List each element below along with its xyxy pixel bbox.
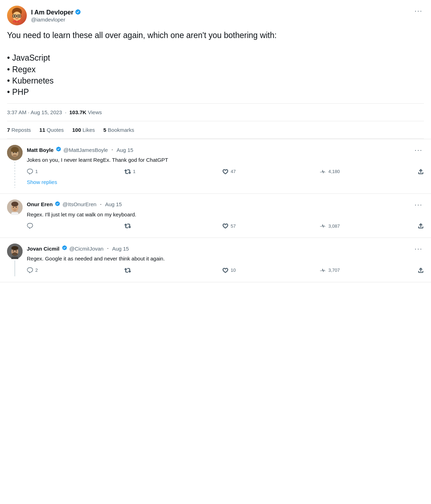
like-count-2: 57 (231, 223, 236, 229)
views-action-1[interactable]: 4,180 (320, 168, 418, 175)
like-count-3: 10 (231, 268, 236, 273)
reply-content-1: Matt Boyle @MattJamesBoyle · Aug 15 ··· … (27, 145, 424, 188)
reply-header-1: Matt Boyle @MattJamesBoyle · Aug 15 ··· (27, 145, 424, 155)
share-icon-3 (418, 267, 424, 273)
share-action-1[interactable] (418, 168, 424, 175)
avatar-matt[interactable] (7, 145, 23, 160)
reply-more-button-3[interactable]: ··· (413, 244, 424, 253)
tweet-header: I Am Devloper @iamdevloper ··· (7, 6, 424, 25)
user-info: I Am Devloper @iamdevloper (31, 9, 81, 23)
action-row-3: 2 10 3,707 (27, 267, 424, 273)
svg-point-28 (12, 252, 18, 256)
comment-action-2[interactable] (27, 223, 125, 229)
display-name: I Am Devloper (31, 9, 81, 17)
retweet-icon-2 (125, 223, 131, 229)
likes-count: 100 (72, 127, 81, 133)
avatar-onur[interactable] (7, 199, 23, 215)
reply-left-3 (7, 244, 23, 276)
views-icon-2 (320, 223, 326, 229)
svg-point-15 (12, 155, 17, 158)
reposts-count: 7 (7, 127, 10, 133)
reply-header-left-3: Jovan Cicmil @CicmiIJovan · Aug 15 (27, 245, 129, 252)
reply-header-3: Jovan Cicmil @CicmiIJovan · Aug 15 ··· (27, 244, 424, 253)
retweet-action-1[interactable]: 1 (125, 168, 222, 175)
avatar-jovan[interactable] (7, 244, 23, 259)
share-action-3[interactable] (418, 267, 424, 273)
comment-icon-1 (27, 168, 33, 175)
show-replies-label-1[interactable]: Show replies (27, 178, 57, 188)
retweet-icon-3 (125, 267, 131, 273)
quotes-stat[interactable]: 11 Quotes (40, 127, 64, 133)
tweet-body: You need to learn these all over again, … (7, 30, 424, 98)
tweet-author-info: I Am Devloper @iamdevloper (7, 6, 81, 25)
tweet-meta: 3:37 AM · Aug 15, 2023 · 103.7K Views (7, 103, 424, 121)
reply-date-1: Aug 15 (116, 147, 133, 153)
like-action-1[interactable]: 47 (222, 168, 320, 175)
reply-left-1 (7, 145, 23, 188)
reply-verified-1 (56, 146, 61, 153)
views-icon-1 (320, 168, 326, 175)
reply-author-name-1: Matt Boyle (27, 147, 54, 153)
reply-verified-3 (62, 245, 67, 252)
bookmarks-stat[interactable]: 5 Bookmarks (103, 127, 134, 133)
svg-point-25 (11, 246, 18, 250)
views-action-3[interactable]: 3,707 (320, 267, 418, 273)
reply-left-2 (7, 199, 23, 232)
reply-date-2: Aug 15 (105, 201, 122, 207)
reply-header-left-2: Onur Eren @ItsOnurEren · Aug 15 (27, 201, 122, 208)
comment-action-3[interactable]: 2 (27, 267, 125, 273)
reply-content-2: Onur Eren @ItsOnurEren · Aug 15 ··· Rege… (27, 199, 424, 232)
show-replies-1[interactable]: Show replies (27, 178, 424, 188)
action-row-1: 1 1 47 4,180 (27, 168, 424, 175)
reply-more-button-1[interactable]: ··· (413, 145, 424, 155)
avatar-matt-image (7, 145, 23, 160)
retweet-count-1: 1 (133, 169, 135, 174)
avatar-image (7, 6, 27, 25)
share-action-2[interactable] (418, 223, 424, 229)
reply-header-2: Onur Eren @ItsOnurEren · Aug 15 ··· (27, 199, 424, 209)
retweet-action-2[interactable] (125, 223, 222, 229)
reposts-stat[interactable]: 7 Reposts (7, 127, 31, 133)
reply-header-left-1: Matt Boyle @MattJamesBoyle · Aug 15 (27, 146, 133, 153)
like-action-2[interactable]: 57 (222, 223, 320, 229)
avatar-jovan-image (7, 244, 23, 259)
svg-point-13 (13, 152, 14, 153)
handle: @iamdevloper (31, 17, 81, 23)
views-count-1: 4,180 (328, 169, 340, 174)
reply-author-name-3: Jovan Cicmil (27, 246, 60, 252)
svg-rect-12 (11, 149, 19, 152)
reply-section-3: Jovan Cicmil @CicmiIJovan · Aug 15 ··· R… (0, 238, 431, 282)
tweet-text-main: You need to learn these all over again, … (7, 30, 424, 41)
avatar[interactable] (7, 6, 27, 25)
reply-more-button-2[interactable]: ··· (413, 199, 424, 209)
reply-handle-1: @MattJamesBoyle (63, 147, 108, 153)
comment-icon-2 (27, 223, 33, 229)
tweet-stats: 7 Reposts 11 Quotes 100 Likes 5 Bookmark… (7, 121, 424, 139)
svg-rect-22 (11, 212, 18, 215)
thread-line-dotted-1 (14, 162, 15, 188)
likes-stat[interactable]: 100 Likes (72, 127, 95, 133)
name-text: I Am Devloper (31, 9, 73, 16)
retweet-action-3[interactable] (125, 267, 222, 273)
retweet-icon-1 (125, 168, 131, 175)
avatar-onur-image (7, 199, 23, 215)
more-options-button[interactable]: ··· (413, 6, 424, 16)
reply-date-3: Aug 15 (112, 246, 129, 252)
reply-handle-3: @CicmiIJovan (69, 246, 104, 252)
dot-sep-2: · (100, 201, 101, 208)
svg-point-5 (14, 16, 15, 17)
comment-action-1[interactable]: 1 (27, 168, 125, 175)
like-action-3[interactable]: 10 (222, 267, 320, 273)
bookmarks-count: 5 (103, 127, 106, 133)
reply-tweet-1: Matt Boyle @MattJamesBoyle · Aug 15 ··· … (0, 139, 431, 193)
views-count: 103.7K (69, 109, 86, 115)
dot-sep: · (65, 109, 66, 115)
like-icon-2 (222, 223, 229, 229)
reply-text-3: Regex. Google it as needed and never thi… (27, 255, 424, 263)
verified-badge (75, 9, 81, 17)
tweet-list: • JavaScript • Regex • Kubernetes • PHP (7, 52, 424, 98)
reply-text-2: Regex. I'll just let my cat walk on my k… (27, 211, 424, 219)
quotes-label: Quotes (47, 127, 63, 133)
views-action-2[interactable]: 3,087 (320, 223, 418, 229)
reply-verified-2 (55, 201, 60, 208)
